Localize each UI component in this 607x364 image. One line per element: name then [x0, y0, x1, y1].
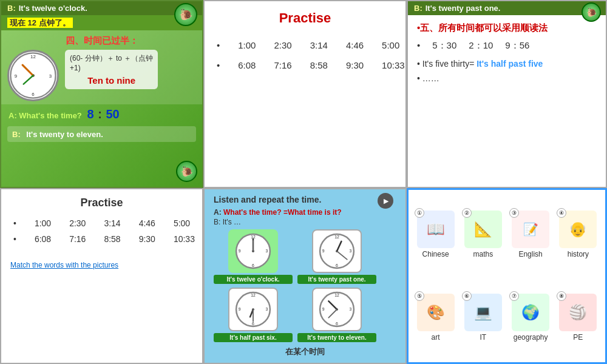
svg-text:9: 9	[239, 249, 241, 253]
bullet-p2-1: •	[13, 218, 16, 228]
time-10-33: 10:33	[382, 60, 405, 70]
subject-pe: 🏐 ⑧ PE	[556, 278, 600, 358]
svg-text:3: 3	[349, 249, 351, 253]
cell5-qa-a: A:	[214, 208, 222, 217]
time-9-30: 9:30	[346, 60, 364, 70]
practise-title: Practise	[205, 1, 405, 32]
cell5-qa-eq: =What time is it?	[283, 208, 342, 217]
subject-chinese-img: 📖 ①	[417, 211, 455, 248]
practise-row2: • 6:08 7:16 8:58 9:30 10:33	[217, 55, 393, 75]
clock-item-4: 12 3 6 9 It's twenty to eleven.	[297, 288, 376, 342]
cell1-qa-section: A: What's the time? 8 : 50	[1, 104, 202, 124]
cell1-chinese-text: 现在 12 点钟了。	[7, 18, 73, 28]
match-words-link[interactable]: Match the words with the pictures	[10, 261, 118, 269]
subject-chinese: 📖 ① Chinese	[413, 195, 458, 275]
svg-text:3: 3	[265, 249, 268, 253]
cell5-qa: A: What's the time? =What time is it?	[205, 207, 405, 218]
time-1-00: 1:00	[238, 40, 256, 50]
svg-text:9: 9	[322, 307, 325, 311]
snail-icon-bottom: 🐌	[176, 161, 197, 182]
cell3-dots: • ……	[417, 73, 597, 83]
time-4-46: 4:46	[346, 40, 364, 50]
p2-time-9-30: 9:30	[139, 234, 155, 244]
subject-num-3: ③	[509, 208, 519, 218]
cell-bottom-right: 📖 ① Chinese 📐 ② maths 📝 ③ English 👴	[407, 188, 607, 364]
svg-text:3: 3	[265, 307, 268, 311]
cell4-bottom: Match the words with the pictures	[1, 250, 202, 273]
p2-time-3-14: 3:14	[104, 218, 120, 228]
p2-time-10-33: 10:33	[174, 234, 195, 244]
time-5-30: 5：30	[432, 40, 456, 52]
clock-item-3: 12 3 6 9 It's half past six.	[214, 288, 293, 342]
svg-text:12: 12	[334, 235, 339, 239]
time-7-16: 7:16	[274, 60, 291, 70]
p2-time-8-58: 8:58	[104, 234, 120, 244]
subject-geography-img: 🌍 ⑦	[512, 294, 549, 331]
snail-icon: 🐌	[174, 3, 197, 26]
play-icon: ▶	[384, 197, 388, 205]
clocks-row2: 12 3 6 9 It's half past six. 12	[205, 286, 405, 344]
practise-row2-1: • 1:00 2:30 3:14 4:46 5:00	[13, 215, 190, 231]
bullet-prefix: •	[417, 40, 420, 52]
cell1-answer: B: It's twenty to eleven.	[7, 126, 196, 142]
clock-label-4: It's twenty to eleven.	[297, 333, 376, 342]
cell-top-left: B: It's twelve o'clock. 🐌 现在 12 点钟了。 四、时…	[0, 0, 203, 188]
subject-num-1: ①	[415, 208, 424, 218]
svg-text:12: 12	[251, 293, 256, 297]
formula-line1: (60- 分钟）＋ to ＋（点钟	[70, 53, 153, 64]
cell1-answer-b: B:	[12, 130, 21, 139]
svg-text:9: 9	[239, 307, 241, 311]
cell3-section-title: •五、所有时间都可以采用顺读法	[417, 22, 597, 34]
cell3-header-text: It's twenty past one.	[426, 4, 501, 13]
subject-name-chinese: Chinese	[422, 250, 449, 258]
subject-name-pe: PE	[573, 333, 583, 342]
subject-name-art: art	[432, 333, 440, 342]
subject-art-img: 🎨 ⑤	[417, 294, 455, 331]
cell1-section-label: 四、时间已过半：	[7, 35, 196, 47]
p2-time-4-46: 4:46	[139, 218, 155, 228]
clock-label-2: It's twenty past one.	[297, 275, 376, 284]
svg-text:12: 12	[30, 54, 36, 59]
cell-top-right: B: It's twenty past one. 🐌 •五、所有时间都可以采用顺…	[407, 0, 607, 188]
subject-history: 👴 ④ history	[556, 195, 600, 275]
cell3-it-five: • It's five thirty= It's half past five	[417, 59, 597, 69]
clock-svg: 12 3 6 9	[7, 50, 59, 101]
svg-text:6: 6	[252, 322, 254, 326]
ten-to-nine: Ten to nine	[70, 75, 153, 86]
bullet-p2-2: •	[13, 234, 16, 244]
practise-row2-2: • 6:08 7:16 8:58 9:30 10:33	[13, 231, 190, 247]
subject-it-img: 💻 ⑥	[464, 294, 502, 331]
svg-text:6: 6	[32, 92, 35, 97]
cell3-snail-icon: 🐌	[582, 2, 601, 22]
p2-time-2-30: 2:30	[69, 218, 86, 228]
subject-history-img: 👴 ④	[559, 211, 597, 248]
cell5-header: Listen and repeat the time. ▶	[205, 189, 405, 207]
practise-title2: Practise	[1, 189, 202, 212]
subject-maths-img: 📐 ②	[464, 211, 502, 248]
subjects-grid: 📖 ① Chinese 📐 ② maths 📝 ③ English 👴	[409, 190, 605, 362]
p2-time-1-00: 1:00	[35, 218, 51, 228]
clock-label-1: It's twelve o'clock.	[214, 275, 293, 284]
subject-geography: 🌍 ⑦ geography	[509, 278, 553, 358]
subject-name-maths: maths	[473, 250, 493, 258]
practise-row1: • 1:00 2:30 3:14 4:46 5:00	[217, 35, 393, 55]
clock-box-2: 12 3 6 9	[312, 229, 362, 273]
svg-text:12: 12	[334, 293, 339, 297]
subject-num-4: ④	[557, 208, 566, 218]
practise-grid2: • 1:00 2:30 3:14 4:46 5:00 • 6:08 7:16 8…	[1, 212, 202, 250]
subject-name-it: IT	[480, 333, 487, 342]
cell1-qa-a-text: A: What's the time?	[8, 111, 82, 120]
cell3-bullet1: • 5：30 2：10 9：56	[417, 40, 597, 52]
svg-text:6: 6	[336, 263, 338, 268]
subject-name-english: English	[518, 250, 542, 258]
cell1-header-text: It's twelve o'clock.	[19, 4, 87, 13]
clock-3-svg: 12 3 6 9	[234, 291, 272, 328]
subject-name-history: history	[568, 250, 589, 258]
subject-art: 🎨 ⑤ art	[413, 278, 458, 358]
subject-num-5: ⑤	[415, 291, 424, 301]
play-button[interactable]: ▶	[378, 193, 393, 209]
cell1-num1: 8	[87, 107, 93, 121]
cell5-qa-a-red: What's the time?	[223, 208, 282, 217]
practise-grid: • 1:00 2:30 3:14 4:46 5:00 • 6:08 7:16 8…	[205, 32, 405, 78]
clocks-row1: 12 3 6 9 It's twelve o'clock. 12 3 6	[205, 228, 405, 286]
